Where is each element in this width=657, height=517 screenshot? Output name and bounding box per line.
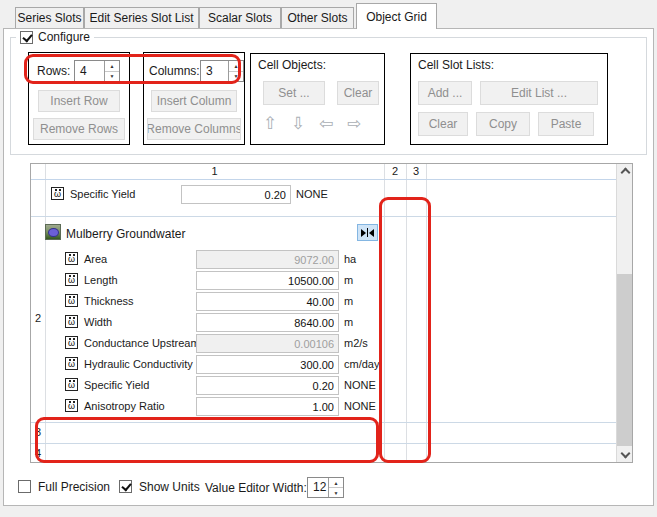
slot-value-input[interactable] <box>196 313 339 332</box>
value-editor-width-spinner[interactable]: 12 ▲▼ <box>307 477 344 498</box>
slot-row: Width m <box>31 312 616 333</box>
slot-value-input[interactable] <box>196 397 339 416</box>
omega-slot-icon <box>65 273 78 286</box>
object-grid-table: 1 2 3 2 3 4 Specific Yield NONE Mulberry… <box>30 163 633 463</box>
spin-up-icon[interactable]: ▲ <box>229 61 243 72</box>
object-name: Mulberry Groundwater <box>66 227 185 241</box>
tab-other-slots[interactable]: Other Slots <box>281 7 354 28</box>
collapse-bar-icon <box>367 228 368 237</box>
slot-row: Anisotropy Ratio NONE <box>31 396 616 417</box>
tab-scalar-slots[interactable]: Scalar Slots <box>199 7 281 28</box>
left-arrow-icon[interactable]: ⇦ <box>314 111 338 135</box>
header-separator <box>31 179 616 180</box>
omega-slot-icon <box>65 378 78 391</box>
slot-unit: NONE <box>344 400 376 412</box>
slot-value-input[interactable] <box>181 185 291 204</box>
cell-objects-clear-button[interactable]: Clear <box>337 81 379 105</box>
full-precision-label: Full Precision <box>38 480 110 494</box>
slot-name: Specific Yield <box>84 379 149 391</box>
configure-header: Configure <box>16 30 94 44</box>
scroll-up-icon[interactable] <box>621 168 631 178</box>
omega-slot-icon <box>65 252 78 265</box>
full-precision-checkbox[interactable] <box>18 480 31 493</box>
omega-slot-icon <box>65 357 78 370</box>
slot-name: Length <box>84 274 118 286</box>
slot-value-input[interactable] <box>196 355 339 374</box>
slot-value-input[interactable] <box>196 292 339 311</box>
spin-down-icon[interactable]: ▼ <box>229 72 243 82</box>
slot-unit: m2/s <box>344 337 368 349</box>
omega-slot-icon <box>65 399 78 412</box>
slot-unit: m <box>344 274 353 286</box>
column-header-2[interactable]: 2 <box>384 165 406 177</box>
remove-columns-button[interactable]: Remove Columns <box>147 118 241 140</box>
cell-objects-set-button[interactable]: Set ... <box>263 81 325 105</box>
triangle-right-icon <box>361 229 366 237</box>
right-arrow-icon[interactable]: ⇨ <box>342 111 366 135</box>
slot-row: Area ha <box>31 249 616 270</box>
slot-value-input[interactable] <box>196 271 339 290</box>
cell-objects-title: Cell Objects: <box>258 58 326 72</box>
slot-name: Thickness <box>84 295 134 307</box>
slot-name: Width <box>84 316 112 328</box>
tab-series-slots[interactable]: Series Slots <box>15 7 84 28</box>
spin-down-icon[interactable]: ▼ <box>329 488 343 497</box>
columns-label: Columns: <box>149 64 200 78</box>
remove-rows-button[interactable]: Remove Rows <box>33 118 125 140</box>
scroll-down-icon[interactable] <box>621 449 631 459</box>
row-header-4[interactable]: 4 <box>31 447 45 459</box>
value-editor-width-label: Value Editor Width: <box>205 481 307 495</box>
column-header-1[interactable]: 1 <box>45 165 384 177</box>
tab-label: Series Slots <box>17 11 81 25</box>
tab-label: Scalar Slots <box>208 11 272 25</box>
add-button[interactable]: Add ... <box>418 81 472 105</box>
slot-value-input[interactable] <box>196 376 339 395</box>
cell-slot-lists-title: Cell Slot Lists: <box>418 58 494 72</box>
tab-label: Object Grid <box>366 10 427 24</box>
vertical-scrollbar[interactable] <box>616 164 633 462</box>
column-header-3[interactable]: 3 <box>406 165 426 177</box>
value-editor-width-value: 12 <box>308 478 328 497</box>
spin-up-icon[interactable]: ▲ <box>105 61 119 72</box>
row-separator <box>31 443 616 444</box>
copy-button[interactable]: Copy <box>476 112 530 136</box>
rows-label: Rows: <box>37 64 70 78</box>
collapse-columns-button[interactable] <box>357 224 378 241</box>
down-arrow-icon[interactable]: ⇩ <box>286 111 310 135</box>
insert-column-button[interactable]: Insert Column <box>151 90 237 112</box>
rows-spinner[interactable]: 4 ▲▼ <box>74 60 120 82</box>
tab-edit-series-slot-list[interactable]: Edit Series Slot List <box>84 7 199 28</box>
edit-list-button[interactable]: Edit List ... <box>480 81 598 105</box>
slot-unit: m <box>344 316 353 328</box>
row-separator <box>31 216 616 217</box>
spin-down-icon[interactable]: ▼ <box>105 72 119 82</box>
spin-up-icon[interactable]: ▲ <box>329 478 343 488</box>
row-header-3[interactable]: 3 <box>31 426 45 438</box>
paste-button[interactable]: Paste <box>538 112 594 136</box>
slot-name: Anisotropy Ratio <box>84 400 165 412</box>
tab-object-grid[interactable]: Object Grid <box>356 3 437 29</box>
configure-checkbox[interactable] <box>20 31 33 44</box>
slot-name: Conductance Upstream <box>84 337 200 349</box>
groundwater-object-icon <box>45 224 61 240</box>
triangle-left-icon <box>369 229 374 237</box>
slot-name: Specific Yield <box>70 188 135 200</box>
slot-unit: m <box>344 295 353 307</box>
omega-slot-icon <box>51 187 64 200</box>
omega-slot-icon <box>65 315 78 328</box>
slot-unit: NONE <box>344 379 376 391</box>
slot-value-input[interactable] <box>196 334 339 353</box>
configure-label: Configure <box>38 30 90 44</box>
up-arrow-icon[interactable]: ⇧ <box>258 111 282 135</box>
clear-button[interactable]: Clear <box>418 112 468 136</box>
slot-name: Area <box>84 253 107 265</box>
slot-value-input[interactable] <box>196 250 339 269</box>
scrollbar-thumb[interactable] <box>617 274 633 446</box>
tab-label: Edit Series Slot List <box>89 11 193 25</box>
insert-row-button[interactable]: Insert Row <box>38 90 120 112</box>
columns-spinner[interactable]: 3 ▲▼ <box>200 60 244 82</box>
slot-row: Conductance Upstream m2/s <box>31 333 616 354</box>
slot-row: Length m <box>31 270 616 291</box>
show-units-checkbox[interactable] <box>119 480 132 493</box>
rows-spinner-value: 4 <box>75 61 104 81</box>
